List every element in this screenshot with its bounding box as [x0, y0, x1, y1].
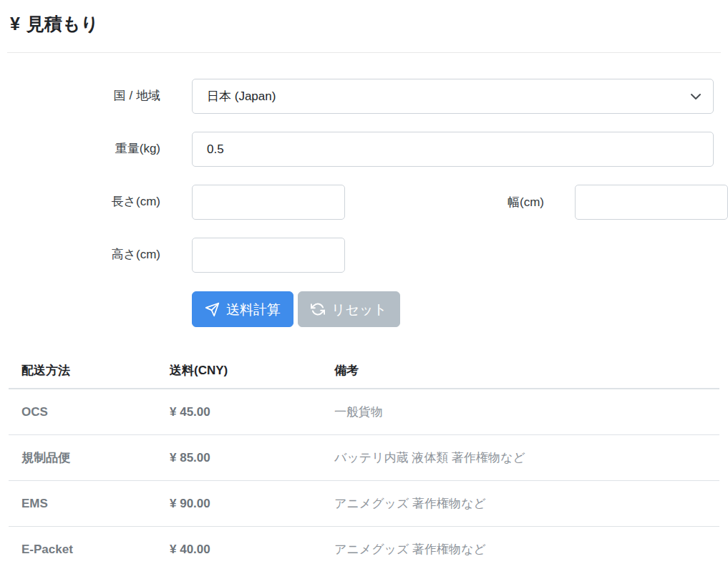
method-cell: OCS — [9, 389, 170, 435]
weight-input[interactable] — [192, 132, 714, 167]
table-body: OCS ¥ 45.00 一般貨物 規制品便 ¥ 85.00 バッテリ内蔵 液体類… — [9, 389, 719, 564]
method-cell: E-Packet — [9, 527, 170, 564]
reset-button-label: リセット — [331, 303, 387, 316]
dimensions-row: 長さ(cm) 幅(cm) — [0, 185, 728, 220]
price-cell: ¥ 45.00 — [170, 389, 334, 435]
header-note: 備考 — [334, 352, 719, 389]
width-input[interactable] — [575, 185, 728, 220]
shipping-rates-table: 配送方法 送料(CNY) 備考 OCS ¥ 45.00 一般貨物 規制品便 ¥ … — [9, 352, 719, 564]
button-row: 送料計算 リセット — [192, 291, 728, 327]
weight-label: 重量(kg) — [0, 142, 160, 156]
note-cell: アニメグッズ 著作権物など — [334, 527, 719, 564]
page-title: ¥ 見積もり — [0, 0, 728, 52]
country-select-wrap: 日本 (Japan) — [192, 79, 714, 114]
length-input[interactable] — [192, 185, 345, 220]
note-cell: アニメグッズ 著作権物など — [334, 481, 719, 527]
weight-row: 重量(kg) — [0, 132, 728, 167]
table-row: OCS ¥ 45.00 一般貨物 — [9, 389, 719, 435]
country-row: 国 / 地域 日本 (Japan) — [0, 79, 728, 114]
calculate-shipping-button[interactable]: 送料計算 — [192, 291, 293, 327]
table-row: EMS ¥ 90.00 アニメグッズ 著作権物など — [9, 481, 719, 527]
table-header: 配送方法 送料(CNY) 備考 — [9, 352, 719, 389]
height-input[interactable] — [192, 238, 345, 273]
reset-button[interactable]: リセット — [298, 291, 400, 327]
table-header-row: 配送方法 送料(CNY) 備考 — [9, 352, 719, 389]
table-row: 規制品便 ¥ 85.00 バッテリ内蔵 液体類 著作権物など — [9, 435, 719, 481]
calculate-button-label: 送料計算 — [226, 303, 281, 316]
method-cell: EMS — [9, 481, 170, 527]
method-cell: 規制品便 — [9, 435, 170, 481]
estimate-form: 国 / 地域 日本 (Japan) 重量(kg) 長さ(cm) 幅(cm) 高さ… — [0, 79, 728, 327]
header-price: 送料(CNY) — [170, 352, 334, 389]
yen-icon: ¥ — [10, 14, 20, 34]
page-title-text: 見積もり — [26, 12, 99, 36]
price-cell: ¥ 85.00 — [170, 435, 334, 481]
height-label: 高さ(cm) — [0, 248, 160, 262]
title-divider — [7, 52, 721, 53]
note-cell: 一般貨物 — [334, 389, 719, 435]
price-cell: ¥ 90.00 — [170, 481, 334, 527]
height-row: 高さ(cm) — [0, 238, 728, 273]
length-label: 長さ(cm) — [0, 195, 160, 209]
note-cell: バッテリ内蔵 液体類 著作権物など — [334, 435, 719, 481]
send-icon — [205, 302, 220, 317]
refresh-icon — [311, 302, 325, 316]
header-method: 配送方法 — [9, 352, 170, 389]
country-label: 国 / 地域 — [0, 89, 160, 103]
table-row: E-Packet ¥ 40.00 アニメグッズ 著作権物など — [9, 527, 719, 564]
price-cell: ¥ 40.00 — [170, 527, 334, 564]
width-label: 幅(cm) — [345, 194, 575, 210]
estimate-page: ¥ 見積もり 国 / 地域 日本 (Japan) 重量(kg) 長さ(cm) 幅… — [0, 0, 728, 564]
country-select[interactable]: 日本 (Japan) — [192, 79, 714, 114]
